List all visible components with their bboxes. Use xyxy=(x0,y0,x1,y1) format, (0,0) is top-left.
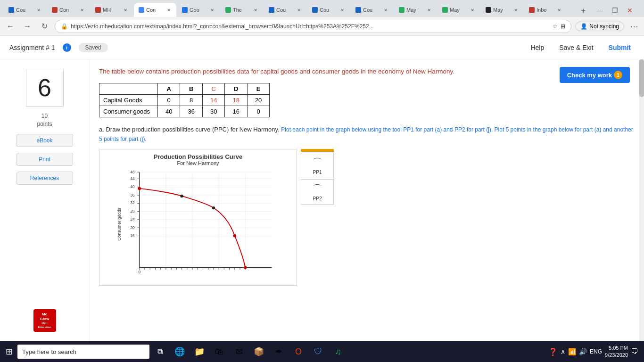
print-btn[interactable]: Print xyxy=(17,153,73,166)
svg-text:36: 36 xyxy=(130,193,135,197)
sidebar: 6 10 points eBook Print References McGra… xyxy=(0,59,90,341)
table-header-d: D xyxy=(225,83,247,95)
minimize-btn[interactable]: — xyxy=(593,4,606,17)
browser-tab-t4[interactable]: Con✕ xyxy=(134,3,176,17)
save-exit-btn[interactable]: Save & Exit xyxy=(555,42,597,53)
browser-tab-t11[interactable]: May✕ xyxy=(438,3,480,17)
office-icon[interactable]: O xyxy=(289,342,308,361)
browser-tab-t13[interactable]: Inbo✕ xyxy=(524,3,567,17)
chevron-up-icon[interactable]: ∧ xyxy=(561,348,565,355)
browser-tab-t6[interactable]: The✕ xyxy=(221,3,263,17)
store-icon[interactable]: 🛍 xyxy=(210,342,229,361)
pp2-tool-btn[interactable]: ⌒ PP2 xyxy=(301,179,334,205)
star-icon[interactable]: ☆ xyxy=(553,23,558,30)
consumer-goods-label: Consumer goods xyxy=(99,106,158,117)
part-a-text: a. Draw the production possibilities cur… xyxy=(99,125,635,143)
clock: 5:05 PM 9/23/2020 xyxy=(605,345,628,359)
ppc-table: A B C D E Capital Goods 0 8 14 18 20 Con xyxy=(99,83,270,117)
v-grid xyxy=(166,172,245,267)
browser-tab-t7[interactable]: Cou✕ xyxy=(264,3,306,17)
data-point-c[interactable] xyxy=(212,206,215,209)
capital-e: 20 xyxy=(247,95,269,106)
scrollbar-thumb[interactable] xyxy=(639,59,644,97)
spotify-icon[interactable]: ♫ xyxy=(329,342,347,361)
capital-b: 8 xyxy=(180,95,202,106)
speaker-icon[interactable]: 🔊 xyxy=(579,348,587,355)
task-view-btn[interactable]: ⧉ xyxy=(150,342,169,361)
tool-header-bar xyxy=(301,149,334,152)
table-row: Consumer goods 40 36 30 16 0 xyxy=(99,106,270,117)
question-number: 6 xyxy=(38,74,51,102)
forward-btn[interactable]: → xyxy=(21,20,34,33)
explorer-icon[interactable]: 📁 xyxy=(190,342,209,361)
table-header-b: B xyxy=(180,83,202,95)
consumer-a: 40 xyxy=(158,106,180,117)
browser-tab-t5[interactable]: Goo✕ xyxy=(177,3,220,17)
browser-tab-t3[interactable]: MH✕ xyxy=(91,3,133,17)
references-btn[interactable]: References xyxy=(17,172,73,185)
back-btn[interactable]: ← xyxy=(4,20,17,33)
edge-icon[interactable]: 🌐 xyxy=(170,342,189,361)
taskbar: ⊞ Type here to search ⧉ 🌐 📁 🛍 ✉ 📦 ✒ O 🛡 … xyxy=(0,341,644,362)
restore-btn[interactable]: ❐ xyxy=(608,4,621,17)
browser-tab-t9[interactable]: Cou✕ xyxy=(351,3,393,17)
consumer-c: 30 xyxy=(202,106,224,117)
browser-tab-t12[interactable]: May✕ xyxy=(481,3,523,17)
help-btn[interactable]: Help xyxy=(527,42,548,53)
pp1-tool-btn[interactable]: ⌒ PP1 xyxy=(301,153,334,178)
check-my-work-btn[interactable]: Check my work 1 xyxy=(560,67,630,83)
info-icon[interactable]: i xyxy=(63,43,71,52)
mail-icon[interactable]: ✉ xyxy=(230,342,248,361)
ebook-btn[interactable]: eBook xyxy=(17,134,73,147)
svg-rect-0 xyxy=(140,172,272,267)
shield-icon[interactable]: 🛡 xyxy=(309,342,328,361)
submit-btn[interactable]: Submit xyxy=(605,42,635,53)
refresh-btn[interactable]: ↻ xyxy=(38,20,51,33)
pen-icon[interactable]: ✒ xyxy=(269,342,288,361)
browser-menu-btn[interactable]: ⋯ xyxy=(628,19,640,33)
content-area: Check my work 1 The table below contains… xyxy=(90,59,644,341)
pp1-icon: ⌒ xyxy=(313,156,322,169)
new-tab-button[interactable]: + xyxy=(578,5,589,17)
app-header: Assignment # 1 i Saved Help Save & Exit … xyxy=(0,36,644,59)
svg-text:28: 28 xyxy=(130,209,135,214)
svg-text:20: 20 xyxy=(130,226,135,230)
address-bar-row: ← → ↻ 🔒 https://ezto.mheducation.com/ext… xyxy=(0,17,644,36)
url-text: https://ezto.mheducation.com/ext/map/ind… xyxy=(71,23,550,30)
start-btn[interactable]: ⊞ xyxy=(2,345,17,359)
data-point-b[interactable] xyxy=(180,195,183,197)
scrollbar-track[interactable] xyxy=(639,59,644,341)
main-area: 6 10 points eBook Print References McGra… xyxy=(0,59,644,341)
svg-text:16: 16 xyxy=(130,234,135,238)
help-circle-icon[interactable]: ❓ xyxy=(548,347,558,356)
dropbox-icon[interactable]: 📦 xyxy=(249,342,268,361)
data-point-e[interactable] xyxy=(244,266,247,269)
data-point-d[interactable] xyxy=(233,234,236,237)
browser-tab-t10[interactable]: May✕ xyxy=(394,3,437,17)
pp2-label: PP2 xyxy=(313,196,322,201)
lang-label: ENG xyxy=(590,348,602,355)
points-label: 10 points xyxy=(37,112,52,128)
table-header-e: E xyxy=(247,83,269,95)
profile-btn[interactable]: 👤 Not syncing xyxy=(575,22,624,31)
close-btn[interactable]: ✕ xyxy=(623,4,636,17)
browser-tab-t8[interactable]: Cou✕ xyxy=(307,3,350,17)
assignment-title: Assignment # 1 xyxy=(9,44,55,51)
capital-d: 18 xyxy=(225,95,247,106)
browser-tab-t1[interactable]: Cou✕ xyxy=(4,3,46,17)
lock-icon: 🔒 xyxy=(61,23,68,30)
table-header-c: C xyxy=(202,83,224,95)
graph-box[interactable]: Production Possibilities Curve For New H… xyxy=(99,149,297,286)
network-icon[interactable]: 📶 xyxy=(568,348,576,355)
collection-icon[interactable]: ⊞ xyxy=(561,23,565,30)
svg-text:32: 32 xyxy=(130,201,135,206)
table-header-a: A xyxy=(158,83,180,95)
taskbar-search[interactable]: Type here to search xyxy=(17,345,149,359)
graph-svg: 16 20 24 28 32 36 40 44 xyxy=(99,168,297,276)
data-point-a[interactable] xyxy=(138,187,141,190)
address-bar[interactable]: 🔒 https://ezto.mheducation.com/ext/map/i… xyxy=(55,20,571,33)
svg-text:48: 48 xyxy=(130,170,135,174)
graph-title: Production Possibilities Curve xyxy=(99,149,297,160)
browser-tab-t2[interactable]: Con✕ xyxy=(47,3,90,17)
notification-icon[interactable]: 🗨 xyxy=(631,347,638,356)
